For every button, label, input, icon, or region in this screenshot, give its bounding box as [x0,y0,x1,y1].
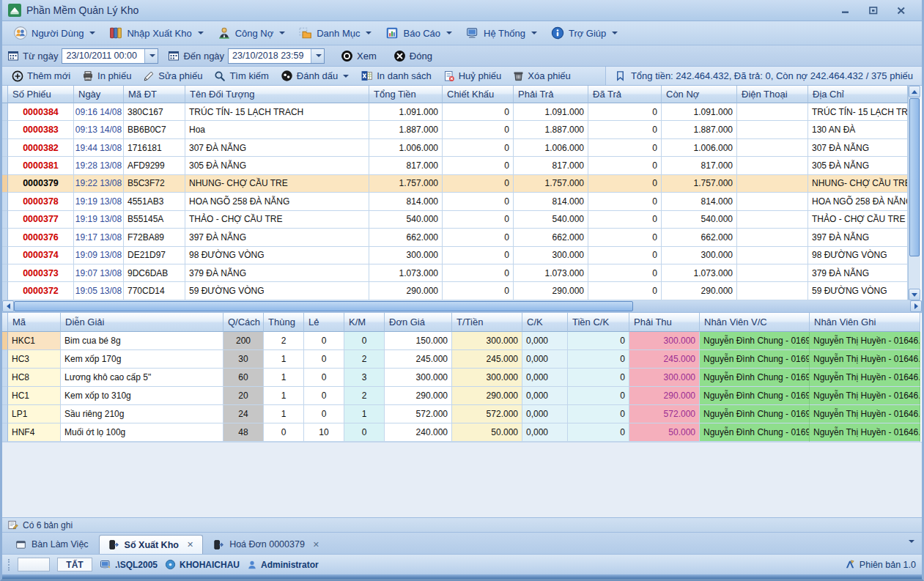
cell-nv_ghi: Nguyễn Thị Huyền - 01646... [810,423,920,442]
table-row[interactable]: 000037619:17 13/08F72BA89397 ĐÀ NẴNG662.… [2,229,922,246]
column-header-payable[interactable]: Phải Trả [514,86,588,103]
column-header-total[interactable]: Tổng Tiền [369,86,443,103]
column-header-code[interactable]: Mã ĐT [124,86,185,103]
column-header-qcach[interactable]: Q/Cách [223,313,264,332]
column-header-ma[interactable]: Mã [8,313,61,332]
status-mode[interactable]: TẤT [57,558,92,571]
print-list-button[interactable]: In danh sách [355,67,437,85]
menu-cong-no[interactable]: Công Nợ [213,24,292,42]
cell-code: AFD9299 [124,157,185,174]
cell-time: 09:16 14/08 [74,103,124,121]
from-date-input[interactable] [62,49,144,63]
column-header-dien_giai[interactable]: Diễn Giải [61,313,223,332]
table-row[interactable]: 000037219:05 13/08770CD1459 ĐƯỜNG VÒNG29… [2,282,922,300]
tab-hoa-don[interactable]: Hoá Đơn 0000379 ✕ [204,535,328,554]
column-header-id[interactable]: Số Phiếu [8,86,74,103]
table-row[interactable]: 000038309:13 14/08BB6B0C7Hoa1.887.00001.… [2,121,922,138]
chevron-down-icon [149,54,155,57]
horizontal-scrollbar[interactable] [2,300,922,313]
table-row[interactable]: 000038119:28 13/08AFD9299305 ĐÀ NẴNG817.… [2,157,922,174]
column-header-ttien[interactable]: T/Tiền [452,313,522,332]
menu-nhap-xuat-kho[interactable]: Nhập Xuất Kho [105,24,210,42]
print-receipt-button[interactable]: In phiếu [76,67,137,85]
letter-a-icon [845,559,856,570]
column-header-nv_ghi[interactable]: Nhân Viên Ghi [810,313,920,332]
to-date-dropdown[interactable] [311,49,324,63]
row-indicator [2,229,8,246]
cell-km: 0 [344,332,385,350]
view-button[interactable]: Xem [334,48,383,64]
menu-bao-cao[interactable]: Báo Cáo [381,24,459,42]
table-row[interactable]: HC3Kem xốp 170g30102245.000245.0000,0000… [2,350,922,369]
scroll-right-button[interactable] [910,300,922,312]
column-header-ck[interactable]: C/K [522,313,568,332]
cell-id: 0000379 [8,175,74,193]
scrollbar-thumb[interactable] [14,301,633,311]
column-header-tien_ck[interactable]: Tiền C/K [568,313,629,332]
tab-list-dropdown-icon[interactable] [909,540,914,543]
table-row[interactable]: 000037919:22 13/08B5C3F72NHUNG- CHỢ CẦU … [2,175,922,193]
cell-dien_giai: Kem xốp to 310g [61,387,223,405]
mark-button[interactable]: Đánh dấu [275,67,355,85]
cell-discount: 0 [443,247,514,264]
scrollbar-track[interactable] [633,300,910,312]
column-header-thung[interactable]: Thùng [264,313,304,332]
table-row[interactable]: 000038219:44 13/081716181307 ĐÀ NẴNG1.00… [2,139,922,157]
scroll-down-button[interactable] [909,289,920,300]
table-row[interactable]: 000037819:19 13/084551AB3HOA NGÕ 258 ĐÀ … [2,193,922,210]
column-header-le[interactable]: Lẻ [304,313,344,332]
cell-thung: 1 [264,405,304,423]
column-header-time[interactable]: Ngày [74,86,124,103]
scroll-up-button[interactable] [909,86,920,97]
scrollbar-track[interactable] [909,257,920,289]
to-date-input[interactable] [229,49,311,63]
table-row[interactable]: LP1Sầu riêng 210g24101572.000572.0000,00… [2,405,922,423]
tab-close-icon[interactable]: ✕ [184,540,193,549]
search-button[interactable]: Tìm kiếm [208,67,274,85]
column-header-phone[interactable]: Điện Thoại [737,86,808,103]
table-row[interactable]: 000037719:19 13/08B55145ATHẢO - CHỢ CẦU … [2,211,922,229]
tab-so-xuat-kho[interactable]: Số Xuất Kho ✕ [99,535,204,554]
column-header-don_gia[interactable]: Đơn Giá [385,313,452,332]
table-row[interactable]: HC8Lương khô cao cấp 5"60103300.000300.0… [2,369,922,387]
scrollbar-thumb[interactable] [909,98,920,256]
column-header-phai_thu[interactable]: Phải Thu [629,313,700,332]
menu-nguoi-dung[interactable]: Người Dùng [10,24,102,42]
edit-receipt-button[interactable]: Sửa phiếu [137,67,208,85]
status-segment-empty[interactable] [18,558,50,571]
column-header-name[interactable]: Tên Đối Tượng [185,86,369,103]
row-indicator [2,103,8,121]
column-header-debt[interactable]: Còn Nợ [662,86,737,103]
cancel-receipt-button[interactable]: Huỷ phiếu [437,67,508,85]
table-row[interactable]: HKC1Bim cua bé 8g200200150.000300.0000,0… [2,332,922,350]
menu-tro-giup[interactable]: Trợ Giúp [547,24,624,42]
menu-he-thong[interactable]: Hệ Thống [462,24,544,42]
maximize-icon[interactable] [868,5,879,15]
add-new-button[interactable]: Thêm mới [6,67,76,85]
button-label: Thêm mới [27,70,70,81]
cell-id: 0000374 [8,247,74,264]
table-row[interactable]: HNF4Muối ớt lọ 100g480100240.00050.0000,… [2,423,922,442]
column-header-discount[interactable]: Chiết Khấu [443,86,514,103]
vertical-scrollbar[interactable] [908,86,920,300]
delete-receipt-button[interactable]: Xóa phiếu [507,67,577,85]
menu-danh-muc[interactable]: Danh Mục [295,24,378,42]
table-row[interactable]: HC1Kem xốp to 310g20102290.000290.0000,0… [2,387,922,405]
tab-ban-lam-viec[interactable]: Bàn Làm Việc [7,535,97,554]
row-indicator [2,211,8,229]
totals-text: Tổng tiền: 242.464.432, Đã trả: 0, Còn n… [631,70,913,81]
tab-close-icon[interactable]: ✕ [310,540,319,549]
scroll-left-button[interactable] [2,300,14,312]
cell-le: 0 [304,332,344,350]
table-row[interactable]: 000037419:09 13/08DE21D9798 ĐƯỜNG VÒNG30… [2,247,922,264]
table-row[interactable]: 000038409:16 14/08380C167TRÚC TÍN- 15 LẠ… [2,103,922,121]
from-date-dropdown[interactable] [144,49,158,63]
column-header-nv_vc[interactable]: Nhân Viên V/C [700,313,810,332]
column-header-km[interactable]: K/M [344,313,385,332]
table-row[interactable]: 000037319:07 13/089DC6DAB379 ĐÀ NẴNG1.07… [2,264,922,282]
column-header-address[interactable]: Địa Chỉ [808,86,908,103]
column-header-paid[interactable]: Đã Trả [588,86,662,103]
close-filter-button[interactable]: Đóng [387,48,439,64]
close-icon[interactable] [895,5,907,15]
minimize-icon[interactable] [840,5,851,15]
